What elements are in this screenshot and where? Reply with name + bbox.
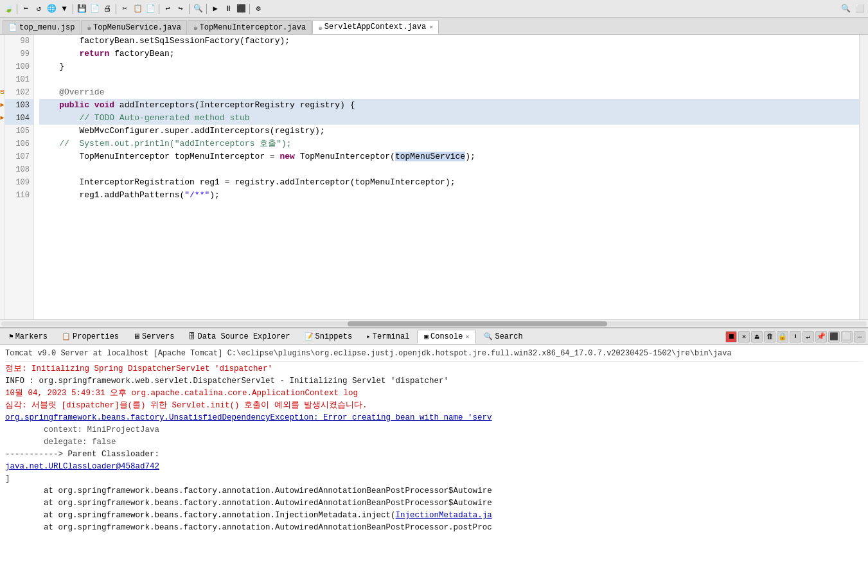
panel-tab-bar: ⚑ Markers 📋 Properties 🖥 Servers 🗄 Data … <box>0 328 868 345</box>
bottom-panel: ⚑ Markers 📋 Properties 🖥 Servers 🗄 Data … <box>0 327 868 588</box>
ln-107: 107 <box>5 150 33 163</box>
console-line-14: at org.springframework.beans.factory.ann… <box>5 510 863 522</box>
fold-indicator-102[interactable]: ⊟ <box>0 86 4 99</box>
sep4 <box>159 4 159 14</box>
search-toolbar-icon[interactable]: 🔍 <box>840 3 851 15</box>
pin-button[interactable]: 📌 <box>815 331 827 343</box>
scroll-end-button[interactable]: ⬇ <box>790 331 801 343</box>
toolbar-icon-10[interactable]: 📋 <box>132 3 143 15</box>
code-line-109: InterceptorRegistration reg1 = registry.… <box>39 176 859 189</box>
console-line-4: 심각: 서블릿 [dispatcher]을(를) 위한 Servlet.init… <box>5 400 863 412</box>
toolbar-icon-8[interactable]: 🖨 <box>102 3 113 15</box>
code-line-104: // TODO Auto-generated method stub <box>39 112 859 125</box>
console-line-5[interactable]: org.springframework.beans.factory.Unsati… <box>5 412 863 424</box>
code-line-99: return factoryBean; <box>39 48 859 60</box>
datasource-icon: 🗄 <box>188 332 195 341</box>
ln-103: 103 <box>5 99 33 112</box>
tab-close-4[interactable]: ✕ <box>429 23 433 31</box>
tab-topmenuservice[interactable]: ☕ TopMenuService.java <box>81 20 186 34</box>
code-line-110: reg1.addPathPatterns("/**"); <box>39 189 859 202</box>
open-console-button[interactable]: ⬛ <box>828 331 840 343</box>
code-line-102: @Override <box>39 86 859 99</box>
toolbar: 🍃 ⬅ ↺ 🌐 ▼ 💾 📄 🖨 ✂ 📋 📄 ↩ ↪ 🔍 ▶ ⏸ ⬛ ⚙ 🔍 ⬜ <box>0 0 868 18</box>
toolbar-icon-17[interactable]: ⬛ <box>235 3 247 15</box>
stop-button[interactable]: ⏹ <box>725 331 737 343</box>
panel-tab-terminal[interactable]: ▸ Terminal <box>360 330 416 344</box>
disconnect-button[interactable]: ⏏ <box>751 331 763 343</box>
console-line-8: -----------> Parent Classloader: <box>5 449 863 461</box>
ln-109: 109 <box>5 176 33 189</box>
terminate-button[interactable]: ✕ <box>738 331 750 343</box>
toolbar-icon-1[interactable]: 🍃 <box>3 3 14 15</box>
scrollbar-thumb[interactable] <box>348 321 607 326</box>
console-line-9[interactable]: java.net.URLClassLoader@458ad742 <box>5 461 863 473</box>
tab-icon-2: ☕ <box>87 23 91 31</box>
toolbar-icon-7[interactable]: 📄 <box>89 3 100 15</box>
scroll-lock-button[interactable]: 🔒 <box>777 331 788 343</box>
scrollbar-track[interactable] <box>1 321 867 326</box>
toolbar-icon-16[interactable]: ⏸ <box>222 3 234 15</box>
editor-area: ⊟ ▶ ▶ 98 99 100 101 102 103 104 105 106 … <box>0 35 868 327</box>
toolbar-icon-9[interactable]: ✂ <box>119 3 130 15</box>
properties-icon: 📋 <box>62 332 71 341</box>
console-output: Tomcat v9.0 Server at localhost [Apache … <box>0 345 868 588</box>
maximize-console-button[interactable]: ⬜ <box>841 331 853 343</box>
sep7 <box>249 4 250 14</box>
console-line-2: INFO : org.springframework.web.servlet.D… <box>5 375 863 388</box>
panel-tab-snippets[interactable]: 📝 Snippets <box>298 330 359 344</box>
injection-metadata-link[interactable]: InjectionMetadata.ja <box>396 511 492 520</box>
panel-tab-servers[interactable]: 🖥 Servers <box>127 330 181 344</box>
toolbar-icon-18[interactable]: ⚙ <box>252 3 264 15</box>
console-line-6: context: MiniProjectJava <box>5 424 863 436</box>
code-line-98: factoryBean.setSqlSessionFactory(factory… <box>39 35 859 48</box>
maximize-icon[interactable]: ⬜ <box>854 3 865 15</box>
word-wrap-button[interactable]: ↵ <box>802 331 814 343</box>
panel-controls: ⏹ ✕ ⏏ 🗑 🔒 ⬇ ↵ 📌 ⬛ ⬜ — <box>725 331 865 343</box>
code-editor[interactable]: factoryBean.setSqlSessionFactory(factory… <box>34 35 859 319</box>
console-close-icon[interactable]: ✕ <box>465 333 469 341</box>
toolbar-icon-15[interactable]: ▶ <box>209 3 221 15</box>
toolbar-icon-3[interactable]: ↺ <box>33 3 44 15</box>
snippets-icon: 📝 <box>305 332 314 341</box>
panel-tab-console-label: Console <box>430 332 463 341</box>
panel-tab-search[interactable]: 🔍 Search <box>477 330 529 344</box>
sep6 <box>206 4 207 14</box>
panel-tab-markers[interactable]: ⚑ Markers <box>3 330 54 344</box>
console-line-15: at org.springframework.beans.factory.ann… <box>5 522 863 534</box>
main-window: 🍃 ⬅ ↺ 🌐 ▼ 💾 📄 🖨 ✂ 📋 📄 ↩ ↪ 🔍 ▶ ⏸ ⬛ ⚙ 🔍 ⬜ … <box>0 0 868 588</box>
toolbar-icon-12[interactable]: ↩ <box>162 3 173 15</box>
editor-right-scrollbar[interactable] <box>859 35 868 319</box>
tab-icon-3: ☕ <box>193 23 198 31</box>
toolbar-icon-6[interactable]: 💾 <box>76 3 87 15</box>
panel-tab-console[interactable]: ▣ Console ✕ <box>417 330 476 344</box>
panel-tab-datasource[interactable]: 🗄 Data Source Explorer <box>182 330 296 344</box>
search-panel-icon: 🔍 <box>484 332 493 341</box>
sep1 <box>17 4 17 14</box>
panel-tab-snippets-label: Snippets <box>315 332 353 341</box>
tab-topmenuinterceptor[interactable]: ☕ TopMenuInterceptor.java <box>188 20 312 34</box>
sep2 <box>73 4 73 14</box>
toolbar-icon-4[interactable]: 🌐 <box>46 3 57 15</box>
ln-104: 104 <box>5 112 33 125</box>
minimize-panel-button[interactable]: — <box>854 331 865 343</box>
tab-servletappcontext[interactable]: ☕ ServletAppContext.java ✕ <box>312 20 439 34</box>
panel-tab-properties-label: Properties <box>73 332 119 341</box>
console-line-10: ] <box>5 473 863 485</box>
toolbar-icon-13[interactable]: ↪ <box>175 3 186 15</box>
toolbar-icon-5[interactable]: ▼ <box>58 3 70 15</box>
panel-tab-search-label: Search <box>495 332 522 341</box>
toolbar-icon-2[interactable]: ⬅ <box>20 3 31 15</box>
toolbar-icon-14[interactable]: 🔍 <box>192 3 204 15</box>
code-container: ⊟ ▶ ▶ 98 99 100 101 102 103 104 105 106 … <box>0 35 868 319</box>
code-line-106: // System.out.println("addInterceptors 호… <box>39 138 859 150</box>
sep3 <box>116 4 116 14</box>
console-line-1: 정보: Initializing Spring DispatcherServle… <box>5 363 863 375</box>
ln-106: 106 <box>5 138 33 150</box>
tab-label-1: top_menu.jsp <box>19 23 75 32</box>
tab-label-2: TopMenuService.java <box>93 23 181 32</box>
tab-top-menu[interactable]: 📄 top_menu.jsp <box>3 20 80 34</box>
editor-h-scrollbar[interactable] <box>0 319 868 327</box>
toolbar-icon-11[interactable]: 📄 <box>145 3 156 15</box>
clear-console-button[interactable]: 🗑 <box>764 331 775 343</box>
panel-tab-properties[interactable]: 📋 Properties <box>55 330 125 344</box>
